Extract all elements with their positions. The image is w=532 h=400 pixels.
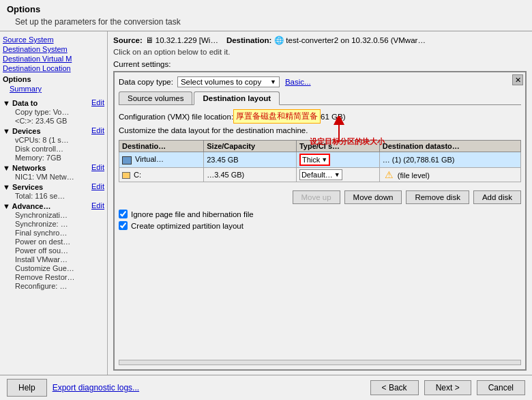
add-disk-button[interactable]: Add disk: [473, 190, 521, 204]
horizontal-scrollbar[interactable]: [119, 360, 521, 365]
source-value: 10.32.1.229 [Wi…: [156, 36, 218, 44]
devices-disk: Disk controll…: [8, 145, 104, 153]
section-services-edit[interactable]: Edit: [91, 182, 104, 190]
default-select[interactable]: Default… ▼: [299, 169, 342, 180]
row1-col1: Virtual…: [119, 152, 204, 168]
adv-remove: Remove Restor…: [8, 273, 104, 281]
sidebar: Source System Destination System Destina…: [0, 31, 108, 375]
row2-col4: ⚠ (file level): [379, 168, 520, 182]
ignore-label: Ignore page file and hibernation file: [131, 210, 254, 218]
default-select-arrow-icon: ▼: [334, 171, 340, 178]
tab-destination-layout[interactable]: Destination layout: [194, 91, 280, 105]
click-instruction: Click on an option below to edit it.: [113, 48, 527, 56]
optimize-checkbox[interactable]: [119, 221, 128, 230]
services-total: Total: 116 se…: [8, 192, 104, 200]
action-buttons-row: Move up Move down Remove disk Add disk: [119, 190, 521, 204]
sidebar-item-destination-location[interactable]: Destination Location: [3, 64, 104, 72]
move-down-button[interactable]: Move down: [344, 190, 402, 204]
data-table: Destinatio… Size/Capacity Type/Cl s… Des…: [119, 140, 521, 182]
adv-customize: Customize Gue…: [8, 264, 104, 272]
current-settings-label: Current settings:: [113, 60, 527, 68]
sidebar-item-destination-virtual[interactable]: Destination Virtual M: [3, 55, 104, 63]
col-header-datastore: Destination datasto…: [379, 141, 520, 152]
dropdown-arrow-icon: ▼: [270, 78, 276, 85]
bottom-bar: Help Export diagnostic logs... < Back Ne…: [0, 375, 532, 400]
destination-icon: 🌐: [274, 35, 284, 45]
info-header: Source: 🖥 10.32.1.229 [Wi… Destination: …: [113, 35, 527, 45]
table-container: Destinatio… Size/Capacity Type/Cl s… Des…: [119, 140, 521, 186]
help-button[interactable]: Help: [7, 379, 47, 397]
adv-poweroff: Power off sou…: [8, 246, 104, 255]
sidebar-item-destination-system[interactable]: Destination System: [3, 45, 104, 53]
data-copy-type-select[interactable]: Select volumes to copy ▼: [177, 76, 280, 87]
row2-col2: …3.45 GB): [204, 168, 297, 182]
adv-poweron: Power on dest…: [8, 238, 104, 246]
source-monitor-icon: 🖥: [145, 36, 153, 44]
checkboxes-area: Ignore page file and hibernation file Cr…: [119, 210, 521, 233]
move-up-button[interactable]: Move up: [293, 190, 340, 204]
config-highlight: 厚置备磁盘和精简置备: [233, 109, 321, 124]
dialog-close-button[interactable]: ✕: [512, 74, 523, 85]
main-window: Options Set up the parameters for the co…: [0, 0, 532, 400]
section-devices-header: ▼ Devices: [3, 127, 41, 135]
section-data-header: ▼ Data to: [3, 99, 38, 107]
sidebar-item-source-system[interactable]: Source System: [3, 35, 104, 44]
row1-col3: Thick ▼: [296, 152, 379, 168]
source-label: Source:: [113, 36, 143, 44]
data-volumes: <C:>: 23.45 GB: [8, 117, 104, 125]
col-header-destination: Destinatio…: [119, 141, 204, 152]
section-advanced-header: ▼ Advance…: [3, 202, 50, 210]
adv-finalsync: Final synchro…: [8, 229, 104, 237]
tab-source-volumes[interactable]: Source volumes: [119, 91, 192, 104]
export-logs-link[interactable]: Export diagnostic logs...: [53, 379, 139, 397]
section-advanced-edit[interactable]: Edit: [91, 201, 104, 210]
tabs-row: Source volumes Destination layout: [119, 91, 521, 105]
adv-sync2: Synchronize: …: [8, 220, 104, 228]
customize-line: Customize the data layout for the destin…: [119, 126, 521, 134]
devices-memory: Memory: 7GB: [8, 154, 104, 162]
config-line: Configuration (VMX) file location: 厚置备磁盘…: [119, 109, 521, 124]
config-label: Configuration (VMX) file location:: [119, 113, 233, 121]
type-select-arrow-icon: ▼: [321, 156, 327, 163]
section-networks-edit[interactable]: Edit: [91, 163, 104, 171]
bottom-left: Help Export diagnostic logs...: [7, 379, 139, 397]
next-button[interactable]: Next >: [424, 380, 471, 395]
data-copy-row: Data copy type: Select volumes to copy ▼…: [119, 76, 521, 87]
disk-icon: [122, 156, 132, 165]
section-networks-header: ▼ Networks: [3, 164, 46, 172]
destination-value: test-converter2 on 10.32.0.56 (VMwar…: [286, 36, 426, 44]
checkbox-row-ignore: Ignore page file and hibernation file: [119, 210, 521, 218]
cancel-button[interactable]: Cancel: [477, 380, 525, 395]
optimize-label: Create optimized partition layout: [131, 222, 243, 230]
sidebar-current-section: Options: [3, 75, 104, 83]
networks-nic1: NIC1: VM Netw…: [8, 173, 104, 181]
row2-col3: Default… ▼: [296, 168, 379, 182]
sidebar-item-summary[interactable]: Summary: [3, 85, 104, 93]
adv-sync1: Synchronizati…: [8, 211, 104, 219]
row1-col4: … (1) (20,788.61 GB): [379, 152, 520, 168]
ignore-checkbox[interactable]: [119, 210, 128, 218]
row1-col2: 23.45 GB: [204, 152, 297, 168]
devices-vcpus: vCPUs: 8 (1 s…: [8, 136, 104, 144]
back-button[interactable]: < Back: [370, 380, 419, 395]
right-panel: Source: 🖥 10.32.1.229 [Wi… Destination: …: [108, 31, 532, 375]
data-copy-type: Copy type: Vo…: [8, 108, 104, 116]
row2-col1: C:: [119, 168, 204, 182]
col-header-type: Type/Cl s…: [296, 141, 379, 152]
window-subtitle: Set up the parameters for the conversion…: [0, 16, 532, 31]
warning-icon: ⚠: [385, 169, 394, 180]
destination-label: Destination:: [226, 36, 271, 44]
basic-link[interactable]: Basic...: [285, 78, 311, 86]
bottom-right: < Back Next > Cancel: [370, 380, 525, 395]
data-copy-type-label: Data copy type:: [119, 78, 173, 86]
section-devices-edit[interactable]: Edit: [91, 126, 104, 134]
adv-install: Install VMwar…: [8, 255, 104, 263]
dialog-box: ✕ Data copy type: Select volumes to copy…: [113, 71, 527, 371]
partition-icon: [122, 172, 130, 179]
window-title: Options: [0, 0, 532, 16]
type-select-thick[interactable]: Thick ▼: [299, 154, 330, 166]
section-data-edit[interactable]: Edit: [91, 98, 104, 106]
col-header-size: Size/Capacity: [204, 141, 297, 152]
adv-reconfig: Reconfigure: …: [8, 282, 104, 290]
remove-disk-button[interactable]: Remove disk: [406, 190, 469, 204]
